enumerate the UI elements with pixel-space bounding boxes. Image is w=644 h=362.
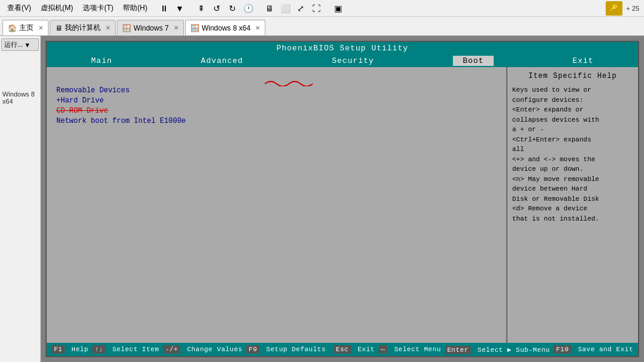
bios-status-enter: Enter Select ▶ Sub-Menu (445, 346, 550, 354)
bios-main-content: Removable Devices +Hard Drive CD-ROM Dri… (47, 67, 638, 343)
menu-view[interactable]: 查看(V) (2, 2, 36, 14)
bios-left-panel: Removable Devices +Hard Drive CD-ROM Dri… (47, 67, 506, 343)
window-icon[interactable]: ⬜ (278, 1, 292, 16)
menu-help[interactable]: 帮助(H) (118, 2, 152, 14)
sidebar-nav-btn[interactable]: 运行... ▼ (1, 38, 39, 51)
monitor-icon[interactable]: 🖥 (262, 1, 277, 16)
key-f10: F10 (554, 345, 571, 354)
tab-win7-label: Windows 7 (134, 24, 169, 32)
bios-menu-exit[interactable]: Exit (563, 56, 603, 66)
tab-win7[interactable]: 🪟 Windows 7 ✕ (117, 20, 184, 35)
send-icon[interactable]: ⇞ (194, 1, 208, 16)
bios-window: PhoenixBIOS Setup Utility Main Advanced … (46, 41, 639, 357)
menu-bar: 查看(V) 虚拟机(M) 选项卡(T) 帮助(H) (2, 2, 152, 14)
bios-help-title: Item Specific Help (512, 72, 633, 80)
bios-status-f9: F9 Setup Defaults (246, 346, 326, 353)
tab-mypc-close[interactable]: ✕ (105, 25, 110, 31)
restart-icon[interactable]: ↺ (210, 1, 224, 16)
bios-menu-boot[interactable]: Boot (453, 56, 493, 66)
bios-right-panel: Item Specific Help Keys used to view or … (506, 67, 638, 343)
key-icon-btn[interactable]: 🔑 (606, 1, 622, 16)
bios-status-lr-arrows: ↔ Select Menu (379, 346, 441, 353)
bios-container: PhoenixBIOS Setup Utility Main Advanced … (41, 36, 644, 362)
bios-status-arrows: ↑↓ Select Item (92, 346, 159, 353)
pause-icon[interactable]: ⏸ (157, 1, 171, 16)
fullscreen-icon[interactable]: ⛶ (309, 1, 323, 16)
notification-counter: + 25 (624, 5, 642, 12)
tab-home-label: 主页 (19, 23, 34, 33)
key-f9: F9 (246, 345, 259, 354)
toolbar-icon-group: ⏸ ▼ ⇞ ↺ ↻ 🕐 🖥 ⬜ ⤢ ⛶ ▣ (157, 1, 345, 16)
boot-item-hard-drive[interactable]: +Hard Drive (56, 96, 497, 105)
boot-item-network[interactable]: Network boot from Intel E1000e (56, 117, 497, 125)
menu-vm[interactable]: 虚拟机(M) (36, 2, 78, 14)
clock-icon[interactable]: 🕐 (241, 1, 255, 16)
home-tab-icon: 🏠 (8, 24, 17, 32)
mypc-tab-icon: 🖥 (55, 24, 62, 32)
bios-help-text: Keys used to view or configure devices: … (512, 85, 633, 224)
key-plusminus: -/+ (163, 345, 180, 354)
key-arrows: ↑↓ (92, 345, 105, 354)
key-esc: Esc (334, 345, 351, 354)
tab-mypc[interactable]: 🖥 我的计算机 ✕ (50, 20, 116, 35)
sidebar-vm-label: Windows 8 x64 (1, 89, 39, 106)
sidebar-nav-arrow: ▼ (24, 41, 31, 49)
key-f1: F1 (52, 345, 65, 354)
main-content-area: 运行... ▼ Windows 8 x64 PhoenixBIOS Setup … (0, 36, 644, 362)
tab-home-close[interactable]: ✕ (38, 25, 43, 31)
bios-menu-security[interactable]: Security (322, 56, 383, 66)
squiggle-decoration (265, 77, 313, 89)
resize-icon[interactable]: ⤢ (294, 1, 308, 16)
bios-status-f1: F1 Help (52, 346, 89, 353)
box-icon[interactable]: ▣ (331, 1, 345, 16)
dropdown-icon[interactable]: ▼ (173, 1, 187, 16)
bios-menu-main[interactable]: Main (81, 56, 122, 66)
boot-items-list: Removable Devices +Hard Drive CD-ROM Dri… (56, 86, 497, 125)
key-lr: ↔ (379, 345, 388, 354)
bios-title: PhoenixBIOS Setup Utility (47, 42, 638, 55)
bios-status-f10: F10 Save and Exit (554, 346, 633, 353)
bios-menu-bar: Main Advanced Security Boot Exit (47, 55, 638, 67)
sidebar-nav-label: 运行... (4, 40, 23, 49)
sidebar: 运行... ▼ Windows 8 x64 (0, 36, 41, 362)
win8-tab-icon: 🪟 (191, 24, 199, 32)
bios-menu-advanced[interactable]: Advanced (191, 56, 252, 66)
bios-status-plusminus: -/+ Change Values (163, 346, 243, 353)
toolbar-right-group: 🔑 + 25 (606, 1, 642, 16)
menu-tab[interactable]: 选项卡(T) (78, 2, 118, 14)
bios-status-bar: F1 Help ↑↓ Select Item -/+ Change Values… (47, 343, 638, 356)
tab-home[interactable]: 🏠 主页 ✕ (2, 20, 49, 35)
boot-item-cdrom[interactable]: CD-ROM Drive (56, 107, 497, 115)
refresh-icon[interactable]: ↻ (225, 1, 240, 16)
tab-win8-label: Windows 8 x64 (202, 24, 250, 32)
bios-status-esc: Esc Exit (334, 346, 375, 353)
tab-bar: 🏠 主页 ✕ 🖥 我的计算机 ✕ 🪟 Windows 7 ✕ 🪟 Windows… (0, 17, 644, 36)
tab-win8[interactable]: 🪟 Windows 8 x64 ✕ (185, 20, 265, 35)
tab-mypc-label: 我的计算机 (65, 23, 101, 33)
main-toolbar: 查看(V) 虚拟机(M) 选项卡(T) 帮助(H) ⏸ ▼ ⇞ ↺ ↻ 🕐 🖥 … (0, 0, 644, 17)
tab-win7-close[interactable]: ✕ (174, 25, 179, 31)
tab-win8-close[interactable]: ✕ (255, 25, 260, 31)
key-enter: Enter (445, 346, 471, 354)
win7-tab-icon: 🪟 (122, 24, 131, 32)
